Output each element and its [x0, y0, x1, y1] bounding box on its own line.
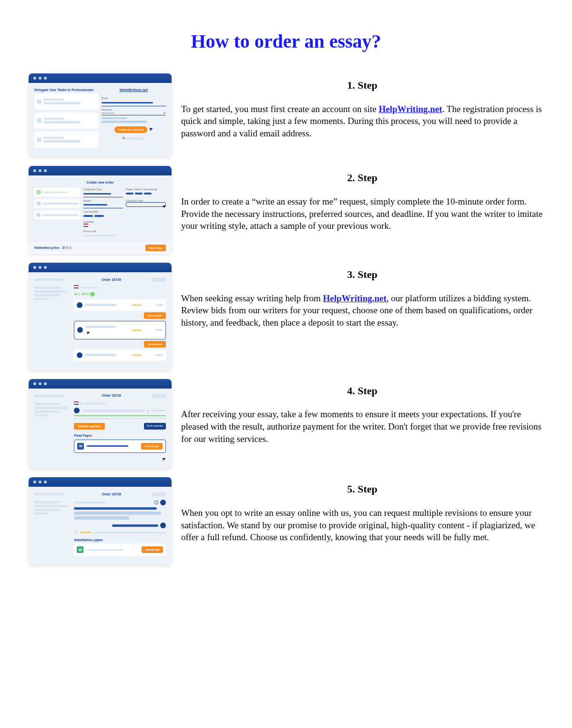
step-3-thumbnail: Order 18726 ALL BIDS: [29, 263, 172, 370]
step-1-row: Delegate Your Tasks to Professionals Hel…: [29, 73, 543, 161]
end-contract-button[interactable]: End contract: [144, 423, 166, 430]
avatar-icon: [160, 500, 166, 505]
create-order-title: Create new order: [34, 180, 166, 185]
avatar-icon: [77, 352, 82, 358]
satisfaction-paper-label: Satisfaction paper: [74, 538, 166, 542]
step-1-body: To get started, you must first create an…: [181, 103, 543, 140]
star-rating: ★★★★: [132, 328, 141, 332]
step-2-thumbnail: Create new order 1 Order requirements: [29, 166, 172, 254]
field-language: Language: [83, 220, 166, 224]
release-payment-button[interactable]: Release payment: [74, 423, 105, 430]
window-titlebar: [29, 166, 172, 175]
step-1-heading: 1. Step: [181, 78, 543, 92]
order-title: Order 18726: [74, 277, 149, 282]
step-4-heading: 4. Step: [181, 384, 543, 398]
step-2-row: Create new order 1 Order requirements: [29, 166, 543, 258]
star-rating: ★★★★★: [80, 530, 92, 534]
cursor-icon: ➤: [161, 455, 167, 462]
step-2-body: In order to create a “write an essay for…: [181, 195, 543, 232]
step-3-row: Order 18726 ALL BIDS: [29, 263, 543, 374]
field-assignment-type: Assignment Type: [83, 188, 123, 191]
step-3-heading: 3. Step: [181, 267, 543, 282]
flag-us-icon: [74, 401, 79, 405]
field-service: Service: [83, 199, 123, 203]
avatar-icon: [77, 327, 83, 333]
window-titlebar: [29, 263, 172, 272]
helpwriting-link[interactable]: HelpWriting.net: [323, 293, 387, 303]
cursor-icon: ➤: [162, 203, 167, 210]
doc-icon: W: [77, 443, 84, 450]
filter-all-bids[interactable]: ALL BIDS: [74, 292, 89, 296]
email-label: Email: [102, 97, 166, 100]
page-title: How to order an essay?: [29, 29, 543, 54]
helpwriting-link[interactable]: HelpWriting.net: [378, 104, 442, 114]
cursor-icon: ➤: [148, 125, 154, 133]
step-3-body: When seeking essay writing help from Hel…: [181, 292, 543, 329]
flag-us-icon: [74, 285, 79, 288]
eye-icon[interactable]: 👁: [163, 111, 166, 115]
field-education: Education Level: [126, 199, 166, 203]
window-titlebar: [29, 73, 172, 83]
step-5-row: Order 18726: [29, 477, 543, 569]
step-4-body: After receiving your essay, take a few m…: [181, 408, 543, 445]
create-account-button[interactable]: Create my account: [114, 126, 148, 133]
google-icon[interactable]: G: [123, 136, 125, 140]
final-paper-label: Final Paper: [74, 433, 166, 438]
step-1-thumbnail: Delegate Your Tasks to Professionals Hel…: [29, 73, 172, 157]
step-4-row: Order 18726 ● ●: [29, 379, 543, 473]
order-title: Order 18726: [74, 393, 149, 398]
step-5-heading: 5. Step: [181, 482, 543, 496]
download-button[interactable]: Download: [141, 443, 163, 450]
flag-us-icon: [83, 224, 88, 227]
field-deadline: Your Deadline: [83, 210, 166, 214]
sidebar-step-label: Order requirements: [42, 190, 67, 194]
cursor-icon: ➤: [85, 329, 91, 336]
step-5-body: When you opt to write an essay online wi…: [181, 507, 543, 543]
next-step-button[interactable]: Next step: [145, 245, 166, 251]
estimated-price: Estimated price - $XX.X: [34, 246, 72, 250]
avatar-icon: [77, 302, 82, 308]
order-title: Order 18726: [74, 492, 149, 496]
window-titlebar: [29, 379, 172, 389]
field-pages: Pages / Words / Line spacing: [126, 188, 166, 191]
avatar-icon: [160, 523, 166, 528]
star-rating: ★★★★: [132, 303, 142, 307]
field-promo: Promo code: [83, 230, 166, 233]
hire-writer-button[interactable]: Hire writer: [144, 312, 166, 319]
avatar-icon: [74, 408, 80, 413]
star-rating: ★★★★: [132, 353, 142, 357]
step-5-thumbnail: Order 18726: [29, 477, 172, 565]
hire-writer-button[interactable]: Hire writer: [144, 341, 166, 348]
brand-link[interactable]: HelpWriting.net: [102, 88, 166, 93]
doc-icon: W: [77, 546, 83, 553]
step-2-heading: 2. Step: [181, 171, 543, 185]
tagline: Delegate Your Tasks to Professionals: [34, 88, 99, 92]
step-4-thumbnail: Order 18726 ● ●: [29, 379, 172, 469]
window-titlebar: [29, 477, 172, 487]
download-button[interactable]: Download: [142, 546, 163, 553]
